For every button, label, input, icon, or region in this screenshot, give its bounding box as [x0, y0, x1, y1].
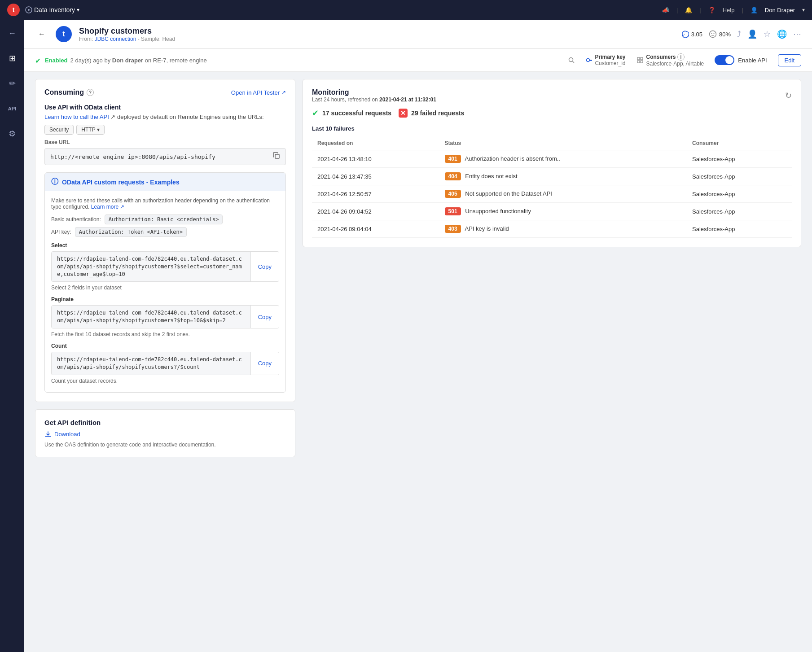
- sidebar-item-settings[interactable]: ⚙: [4, 126, 20, 142]
- paginate-desc: Fetch the first 10 dataset records and s…: [51, 331, 279, 337]
- status-bar: ✔ Enabled 2 day(s) ago by Don draper on …: [24, 49, 812, 72]
- user-menu[interactable]: Don Draper: [765, 7, 795, 13]
- consuming-header: Consuming ? Open in API Tester ↗: [44, 88, 286, 96]
- odata-subtitle: Use API with OData client: [44, 104, 286, 111]
- help-label[interactable]: Help: [723, 7, 735, 13]
- cell-date: 2021-04-26 13:48:10: [312, 150, 439, 168]
- user-chevron-icon: ▾: [802, 7, 805, 13]
- consuming-title: Consuming ?: [44, 88, 94, 96]
- base-url-label: Base URL: [44, 139, 286, 145]
- refresh-button[interactable]: ↻: [785, 91, 792, 101]
- status-code-badge: 401: [445, 155, 461, 163]
- paginate-label: Paginate: [51, 296, 279, 302]
- two-col-layout: Consuming ? Open in API Tester ↗ Use API…: [24, 72, 812, 464]
- status-code-badge: 403: [445, 225, 461, 233]
- odata-note: Make sure to send these calls with an au…: [51, 197, 279, 210]
- user-add-icon[interactable]: 👤: [747, 29, 757, 39]
- svg-rect-12: [637, 57, 640, 60]
- toggle-knob: [725, 56, 733, 64]
- cell-consumer: Salesforces-App: [687, 185, 792, 203]
- http-tag[interactable]: HTTP ▾: [76, 125, 104, 135]
- select-desc: Select 2 fields in your dataset: [51, 284, 279, 291]
- stats-row: ✔ 17 successful requests ✕ 29 failed req…: [312, 108, 792, 118]
- consumers-icon: [636, 57, 644, 64]
- download-icon: [44, 431, 52, 438]
- fail-count: 29 failed requests: [411, 109, 464, 117]
- enable-api-switch[interactable]: [715, 55, 734, 65]
- sidebar-item-edit[interactable]: ✏: [4, 75, 20, 92]
- select-copy-button[interactable]: Copy: [250, 252, 279, 281]
- app-logo: t: [7, 4, 20, 16]
- status-meta: 2 day(s) ago by Don draper on RE-7, remo…: [70, 57, 207, 64]
- http-chevron-icon: ▾: [97, 127, 100, 133]
- learn-more-link[interactable]: Learn more ↗: [91, 204, 125, 210]
- learn-more-external-icon: ↗: [120, 204, 124, 210]
- status-bar-right: Primary key Customer_id Consumers: [568, 53, 801, 67]
- monitoring-subtitle: Last 24 hours, refreshed on 2021-04-21 a…: [312, 96, 436, 103]
- failures-table-head: Requested on Status Consumer: [312, 136, 792, 150]
- dataset-logo: t: [56, 26, 72, 42]
- success-icon: ✔: [312, 108, 319, 118]
- col-consumer: Consumer: [687, 136, 792, 150]
- external-link-icon: ↗: [281, 89, 286, 96]
- help-icon[interactable]: ❓: [708, 7, 715, 13]
- download-link[interactable]: Download: [44, 431, 286, 438]
- cell-status: 403 API key is invalid: [439, 220, 687, 238]
- table-header-row: Requested on Status Consumer: [312, 136, 792, 150]
- key-icon: [586, 57, 592, 63]
- base-url-copy-button[interactable]: [273, 152, 280, 161]
- globe-icon[interactable]: 🌐: [777, 29, 787, 39]
- learn-api-link[interactable]: Learn how to call the API: [44, 114, 109, 120]
- sidebar-item-back[interactable]: ←: [4, 25, 20, 41]
- sidebar-item-api[interactable]: API: [4, 101, 20, 117]
- monitoring-title-block: Monitoring Last 24 hours, refreshed on 2…: [312, 88, 436, 103]
- table-row: 2021-04-26 09:04:52 501 Unsupported func…: [312, 203, 792, 220]
- count-url: https://rdapieu-talend-com-fde782c440.eu…: [52, 352, 250, 375]
- count-copy-button[interactable]: Copy: [250, 352, 279, 375]
- success-count: 17 successful requests: [322, 109, 391, 117]
- api-def-desc: Use the OAS definition to generate code …: [44, 442, 286, 448]
- back-button[interactable]: ←: [35, 27, 48, 41]
- odata-examples-header: ⓘ OData API custom requests - Examples: [45, 173, 285, 191]
- enabled-label: Enabled: [45, 57, 68, 64]
- announcements-icon[interactable]: 📣: [662, 7, 669, 13]
- count-url-row: https://rdapieu-talend-com-fde782c440.eu…: [51, 352, 279, 375]
- col-status: Status: [439, 136, 687, 150]
- svg-point-6: [569, 58, 573, 62]
- table-row: 2021-04-26 12:50:57 405 Not supported on…: [312, 185, 792, 203]
- edit-button[interactable]: Edit: [778, 54, 801, 66]
- consumers-info-icon[interactable]: i: [677, 53, 685, 61]
- status-code-badge: 404: [445, 172, 461, 180]
- paginate-copy-button[interactable]: Copy: [250, 306, 279, 328]
- sidebar-item-grid[interactable]: ⊞: [4, 50, 20, 66]
- cell-status: 501 Unsupported functionality: [439, 203, 687, 220]
- share-icon[interactable]: ⤴: [737, 30, 741, 39]
- enable-api-toggle: Enable API: [715, 55, 767, 65]
- consuming-info-icon[interactable]: ?: [87, 89, 94, 96]
- fail-stat: ✕ 29 failed requests: [399, 108, 464, 118]
- security-tag: Security: [44, 125, 74, 135]
- notifications-icon[interactable]: 🔔: [685, 7, 692, 13]
- base-url-field: http://<remote_engine_ip>:8080/apis/api-…: [44, 148, 286, 165]
- more-icon[interactable]: ⋯: [793, 29, 801, 39]
- open-tester-link[interactable]: Open in API Tester ↗: [231, 89, 286, 96]
- dataset-title: Shopify customers: [79, 26, 175, 36]
- paginate-url: https://rdapieu-talend-com-fde782c440.eu…: [52, 306, 250, 328]
- col-requested-on: Requested on: [312, 136, 439, 150]
- dataset-info: Shopify customers From: JDBC connection …: [79, 26, 175, 42]
- select-url: https://rdapieu-talend-com-fde782c440.eu…: [52, 252, 250, 281]
- table-row: 2021-04-26 13:48:10 401 Authorization he…: [312, 150, 792, 168]
- select-url-row: https://rdapieu-talend-com-fde782c440.eu…: [51, 251, 279, 282]
- cell-date: 2021-04-26 09:04:52: [312, 203, 439, 220]
- svg-rect-15: [641, 61, 643, 63]
- api-key-row: API key: Authorization: Token <API-token…: [51, 227, 279, 237]
- star-icon[interactable]: ☆: [764, 29, 771, 39]
- svg-text:✓: ✓: [683, 33, 685, 36]
- cell-message: Authorization header is absent from..: [465, 155, 560, 162]
- failures-title: Last 10 failures: [312, 125, 792, 132]
- svg-point-5: [713, 33, 714, 34]
- connection-link[interactable]: JDBC connection: [95, 36, 136, 42]
- app-title[interactable]: Data Inventory ▾: [25, 6, 79, 13]
- svg-point-3: [709, 31, 716, 38]
- count-desc: Count your dataset records.: [51, 378, 279, 384]
